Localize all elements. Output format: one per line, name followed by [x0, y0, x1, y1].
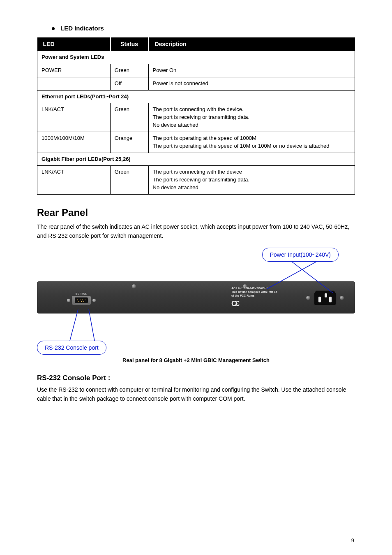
- console-heading: RS-232 Console Port :: [37, 374, 355, 382]
- cell-led: POWER: [37, 64, 111, 77]
- table-section-header: Power and System LEDs: [37, 51, 355, 64]
- col-description: Description: [148, 37, 355, 51]
- cell-led: LNK/ACT: [37, 166, 111, 195]
- table-row: POWERGreenPower On: [37, 64, 355, 77]
- bullet-icon: [52, 27, 55, 30]
- cell-status: Orange: [110, 132, 148, 153]
- cell-description: The port is operating at the speed of 10…: [148, 132, 355, 153]
- console-text: Use the RS-232 to connect with computer …: [37, 385, 355, 403]
- page-number: 9: [351, 537, 354, 543]
- leader-lines: [37, 248, 355, 355]
- svg-line-2: [70, 309, 78, 341]
- svg-line-0: [292, 262, 333, 293]
- table-section-header: Ethernet port LEDs(Port1~Port 24): [37, 90, 355, 103]
- table-row: LNK/ACTGreenThe port is connecting with …: [37, 166, 355, 195]
- table-row: OffPower is not connected: [37, 77, 355, 90]
- led-indicators-heading: LED Indicators: [52, 25, 355, 32]
- cell-description: The port is connecting with the device. …: [148, 103, 355, 132]
- callout-power: Power Input(100~240V): [262, 248, 339, 262]
- svg-line-1: [267, 262, 316, 289]
- cell-led: LNK/ACT: [37, 103, 111, 132]
- cell-description: Power On: [148, 64, 355, 77]
- rear-panel-text: The rear panel of the switch indicates a…: [37, 223, 355, 240]
- callout-console: RS-232 Console port: [37, 341, 106, 355]
- rear-panel-figure: Power Input(100~240V) RS-232 Console por…: [37, 248, 355, 355]
- cell-status: Green: [110, 103, 148, 132]
- figure-caption: Real panel for 8 Gigabit +2 Mini GBIC Ma…: [37, 357, 355, 363]
- led-indicators-label: LED Indicators: [60, 25, 104, 32]
- rear-panel-heading: Rear Panel: [37, 207, 355, 218]
- cell-led: 1000M/100M/10M: [37, 132, 111, 153]
- col-status: Status: [110, 37, 148, 51]
- cell-status: Green: [110, 166, 148, 195]
- cell-status: Off: [110, 77, 148, 90]
- cell-description: The port is connecting with the device T…: [148, 166, 355, 195]
- table-row: 1000M/100M/10MOrangeThe port is operatin…: [37, 132, 355, 153]
- svg-line-3: [89, 309, 95, 341]
- cell-led: [37, 77, 111, 90]
- col-led: LED: [37, 37, 111, 51]
- table-section-header: Gigabit Fiber port LEDs(Port 25,26): [37, 153, 355, 166]
- table-row: LNK/ACTGreenThe port is connecting with …: [37, 103, 355, 132]
- cell-status: Green: [110, 64, 148, 77]
- led-table: LED Status Description Power and System …: [37, 37, 355, 195]
- cell-description: Power is not connected: [148, 77, 355, 90]
